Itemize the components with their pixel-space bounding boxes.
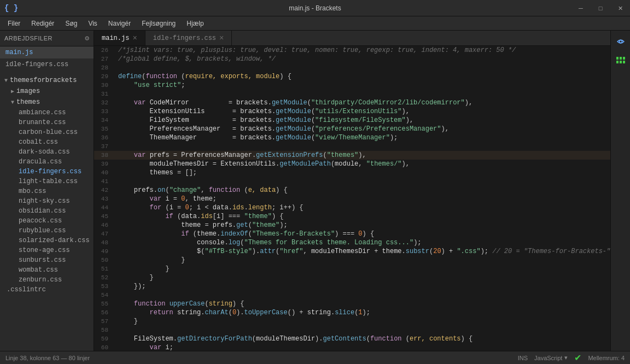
- tab-idle-fingers-label: idle-fingers.css: [153, 34, 216, 42]
- tree-rubyblue[interactable]: rubyblue.css: [7, 226, 94, 236]
- activity-bar: [610, 31, 630, 351]
- tree-mbo[interactable]: mbo.css: [7, 186, 94, 196]
- open-file-main-js[interactable]: main.js: [0, 46, 94, 58]
- code-line-56: 56 return string.charAt(0).toUpperCase()…: [94, 308, 610, 317]
- tree-zenburn[interactable]: zenburn.css: [7, 275, 94, 285]
- themes-folder[interactable]: ▼ themes: [7, 97, 94, 108]
- code-line-33: 33 ExtensionUtils = brackets.getModule("…: [94, 107, 610, 116]
- tree-light-table[interactable]: light-table.css: [7, 177, 94, 186]
- window-controls: ─ □ ✕: [571, 0, 630, 16]
- project-root-label: themesforbrackets: [10, 77, 77, 84]
- tree-idle-fingers[interactable]: idle-fingers.css: [7, 167, 94, 177]
- window-title: main.js - Brackets: [289, 4, 341, 12]
- tree-night-sky[interactable]: night-sky.css: [7, 196, 94, 206]
- chevron-down-icon3: ▾: [564, 354, 568, 361]
- code-line-39: 39 moduleThemesDir = ExtensionUtils.getM…: [94, 160, 610, 168]
- code-line-31: 31: [94, 90, 610, 98]
- menu-navigér[interactable]: Navigér: [104, 19, 135, 28]
- tree-ambiance[interactable]: ambiance.css: [7, 108, 94, 118]
- statusbar-right: INS JavaScript ▾ ✔ Mellemrum: 4: [518, 353, 625, 363]
- tab-main-js[interactable]: main.js ×: [94, 31, 145, 45]
- tree-obsidian[interactable]: obsidian.css: [7, 206, 94, 216]
- sidebar-header: Arbejdsfiler ⚙: [0, 31, 94, 46]
- tree-carbon-blue[interactable]: carbon-blue.css: [7, 127, 94, 137]
- code-line-27: 27 /*global define, $, brackets, window,…: [94, 55, 610, 63]
- menu-fejlsøgning[interactable]: Fejlsøgning: [137, 19, 180, 28]
- images-folder[interactable]: ▶ images: [7, 86, 94, 97]
- code-line-42: 42 prefs.on("change", function (e, data)…: [94, 186, 610, 195]
- code-line-57: 57 }: [94, 317, 610, 326]
- tree-csslintrc[interactable]: .csslintrc: [0, 285, 94, 295]
- svg-rect-5: [620, 61, 622, 63]
- code-line-36: 36 ThemeManager = brackets.getModule("vi…: [94, 133, 610, 142]
- code-line-53: 53 });: [94, 282, 610, 291]
- close-button[interactable]: ✕: [610, 0, 630, 16]
- titlebar: { } main.js - Brackets ─ □ ✕: [0, 0, 630, 16]
- tree-sunburst[interactable]: sunburst.css: [7, 255, 94, 265]
- code-line-55: 55 function upperCase(string) {: [94, 300, 610, 308]
- project-root[interactable]: ▼ themesforbrackets: [0, 75, 94, 86]
- code-line-60: 60 var i;: [94, 343, 610, 351]
- chevron-down-icon: ▼: [4, 78, 8, 84]
- code-line-30: 30 "use strict";: [94, 81, 610, 90]
- menu-søg[interactable]: Søg: [61, 19, 81, 28]
- chevron-right-icon: ▶: [11, 88, 14, 95]
- code-line-54: 54: [94, 291, 610, 300]
- ins-mode[interactable]: INS: [518, 355, 528, 361]
- tree-dracula[interactable]: dracula.css: [7, 157, 94, 167]
- code-line-51: 51 }: [94, 265, 610, 273]
- maximize-button[interactable]: □: [591, 0, 610, 16]
- open-file-idle-fingers[interactable]: idle-fingers.css: [0, 58, 94, 71]
- code-area[interactable]: 26 /*jslint vars: true, plusplus: true, …: [94, 46, 610, 351]
- cursor-position: Linje 38, kolonne 63 — 80 linjer: [5, 355, 90, 361]
- code-line-34: 34 FileSystem = brackets.getModule("file…: [94, 116, 610, 125]
- main-area: Arbejdsfiler ⚙ main.js idle-fingers.css …: [0, 31, 630, 351]
- editor: main.js × idle-fingers.css × 26 /*jslint…: [94, 31, 610, 351]
- code-line-48: 48 console.log("Themes for Brackets them…: [94, 238, 610, 247]
- code-line-59: 59 FileSystem.getDirectoryForPath(module…: [94, 334, 610, 343]
- minimize-button[interactable]: ─: [571, 0, 591, 16]
- menu-hjælp[interactable]: Hjælp: [182, 19, 208, 28]
- live-preview-icon[interactable]: [613, 34, 628, 49]
- tree-brunante[interactable]: brunante.css: [7, 118, 94, 127]
- code-line-49: 49 $("#TfB-style").attr("href", moduleTh…: [94, 247, 610, 256]
- code-line-43: 43 var i = 0, theme;: [94, 195, 610, 203]
- menu-vis[interactable]: Vis: [84, 19, 101, 28]
- themes-folder-label: themes: [16, 98, 40, 106]
- gear-icon[interactable]: ⚙: [85, 34, 89, 43]
- code-line-26: 26 /*jslint vars: true, plusplus: true, …: [94, 46, 610, 55]
- app-icon: { }: [4, 4, 18, 13]
- tree-wombat[interactable]: wombat.css: [7, 265, 94, 275]
- tree-cobalt[interactable]: cobalt.css: [7, 137, 94, 147]
- indent-selector[interactable]: Mellemrum: 4: [588, 355, 625, 361]
- tree-dark-soda[interactable]: dark-soda.css: [7, 147, 94, 157]
- svg-rect-1: [616, 57, 619, 60]
- editor-tabs: main.js × idle-fingers.css ×: [94, 31, 610, 46]
- code-line-47: 47 if (theme.indexOf("Themes-for-Bracket…: [94, 230, 610, 238]
- menu-redigér[interactable]: Redigér: [27, 19, 59, 28]
- code-line-45: 45 if (data.ids[i] === "theme") {: [94, 212, 610, 221]
- tab-close-icon[interactable]: ×: [132, 34, 137, 43]
- code-line-37: 37: [94, 142, 610, 151]
- git-icon[interactable]: [613, 52, 628, 68]
- sidebar-title: Arbejdsfiler: [4, 35, 52, 42]
- code-line-52: 52 }: [94, 273, 610, 282]
- tree-stone-age[interactable]: stone-age.css: [7, 245, 94, 255]
- language-selector[interactable]: JavaScript ▾: [534, 354, 568, 361]
- menu-filer[interactable]: Filer: [3, 19, 25, 28]
- status-ok-icon[interactable]: ✔: [574, 353, 581, 363]
- sidebar: Arbejdsfiler ⚙ main.js idle-fingers.css …: [0, 31, 94, 351]
- tab-main-js-label: main.js: [102, 34, 129, 42]
- tree-peacock[interactable]: peacock.css: [7, 216, 94, 226]
- tree-solarized-dark[interactable]: solarized-dark.css: [7, 236, 94, 245]
- code-line-32: 32 var CodeMirror = brackets.getModule("…: [94, 98, 610, 107]
- tab-close-icon2[interactable]: ×: [219, 34, 224, 43]
- svg-point-0: [619, 40, 622, 43]
- chevron-down-icon2: ▼: [11, 99, 14, 105]
- code-line-35: 35 PreferencesManager = brackets.getModu…: [94, 125, 610, 133]
- code-line-46: 46 theme = prefs.get("theme");: [94, 221, 610, 230]
- code-line-28: 28: [94, 63, 610, 72]
- tab-idle-fingers[interactable]: idle-fingers.css ×: [145, 31, 232, 45]
- code-line-41: 41: [94, 177, 610, 186]
- svg-rect-4: [616, 61, 619, 63]
